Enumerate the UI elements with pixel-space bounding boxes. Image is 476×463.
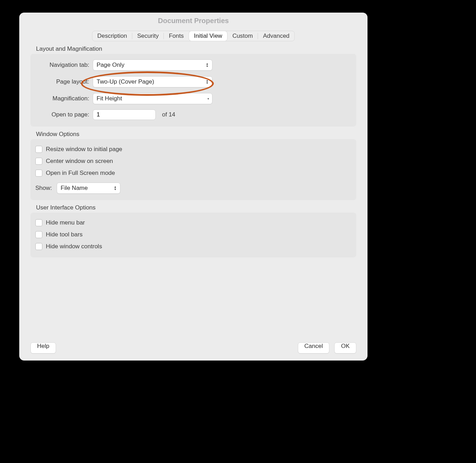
hide-toolbars-label: Hide tool bars [46,231,83,238]
hide-window-controls-label: Hide window controls [46,243,102,250]
document-properties-window: Document Properties Description Security… [19,13,368,361]
dropdown-icon: ▼ [205,98,212,100]
navigation-tab-value: Page Only [93,62,204,69]
tab-description[interactable]: Description [92,31,132,41]
hide-menu-bar-label: Hide menu bar [46,219,85,226]
page-layout-select[interactable]: Two-Up (Cover Page) ▲▼ [93,76,212,87]
tab-advanced[interactable]: Advanced [258,31,294,41]
page-layout-value: Two-Up (Cover Page) [93,78,204,85]
show-select[interactable]: File Name ▲▼ [57,183,120,194]
fullscreen-label: Open in Full Screen mode [46,170,115,177]
page-total: of 14 [162,111,175,118]
magnification-select[interactable]: Fit Height ▼ [93,93,212,104]
updown-icon: ▲▼ [204,63,212,67]
layout-panel: Navigation tab: Page Only ▲▼ Page layout… [30,54,356,127]
resize-window-label: Resize window to initial page [46,146,122,153]
window-options-panel: Resize window to initial page Center win… [30,139,356,200]
window-section-title: Window Options [36,131,356,138]
magnification-label: Magnification: [35,95,93,102]
magnification-value: Fit Height [93,95,205,102]
tab-bar: Description Security Fonts Initial View … [92,31,295,41]
fullscreen-checkbox[interactable] [35,170,42,177]
ui-section-title: User Interface Options [36,204,356,211]
help-button[interactable]: Help [30,342,56,354]
dialog-footer: Help Cancel OK [30,342,356,354]
hide-menu-bar-checkbox[interactable] [35,219,42,226]
hide-window-controls-checkbox[interactable] [35,243,42,250]
window-title: Document Properties [19,13,368,29]
center-window-checkbox[interactable] [35,158,42,165]
page-layout-label: Page layout: [35,78,93,85]
ok-button[interactable]: OK [334,342,356,354]
updown-icon: ▲▼ [112,186,120,191]
layout-section-title: Layout and Magnification [36,45,356,52]
navigation-tab-select[interactable]: Page Only ▲▼ [93,59,212,71]
ui-options-panel: Hide menu bar Hide tool bars Hide window… [30,213,356,257]
resize-window-checkbox[interactable] [35,146,42,153]
updown-icon: ▲▼ [204,79,212,84]
tab-fonts[interactable]: Fonts [164,31,189,41]
cancel-button[interactable]: Cancel [298,342,330,354]
tab-custom[interactable]: Custom [227,31,258,41]
open-to-page-label: Open to page: [35,111,93,118]
tab-initial-view[interactable]: Initial View [189,31,227,41]
navigation-tab-label: Navigation tab: [35,62,93,69]
tab-security[interactable]: Security [132,31,163,41]
open-to-page-input[interactable] [93,109,156,120]
hide-toolbars-checkbox[interactable] [35,231,42,238]
center-window-label: Center window on screen [46,158,113,165]
show-label: Show: [35,185,52,192]
show-value: File Name [57,185,112,192]
